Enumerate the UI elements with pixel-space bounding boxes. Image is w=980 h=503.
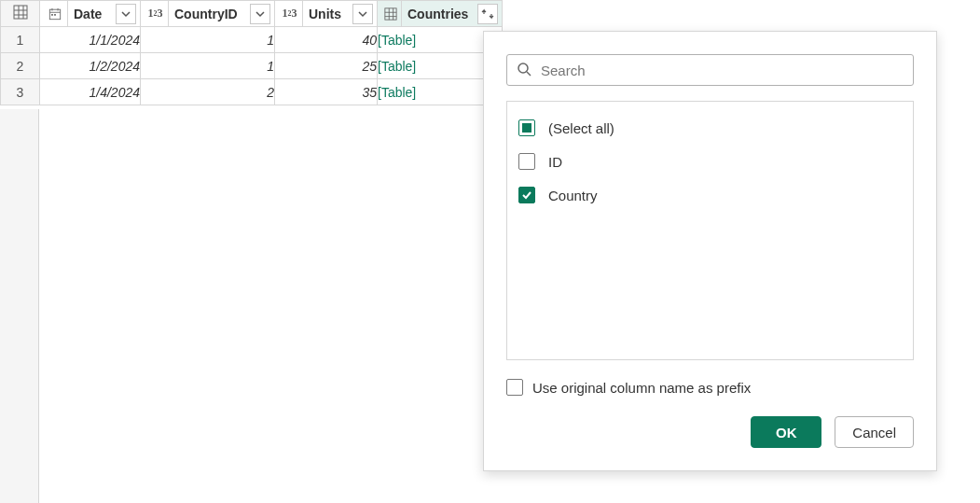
option-label: Country [548, 188, 598, 203]
col-name: Date [70, 7, 116, 21]
option-select-all[interactable]: (Select all) [518, 111, 902, 145]
col-header-date[interactable]: Date [40, 1, 141, 27]
ok-button[interactable]: OK [751, 416, 821, 448]
table-row[interactable]: 3 1/4/2024 2 35 [Table] [1, 79, 503, 105]
search-field[interactable] [506, 54, 914, 86]
cell-countryid[interactable]: 1 [141, 27, 275, 53]
cell-units[interactable]: 40 [275, 27, 378, 53]
row-header-handle[interactable] [1, 1, 40, 27]
col-header-countries[interactable]: Countries [378, 1, 503, 27]
number-type-icon: 123 [277, 1, 303, 26]
col-name: Countries [404, 7, 477, 21]
col-header-units[interactable]: 123 Units [275, 1, 378, 27]
cell-date[interactable]: 1/1/2024 [40, 27, 141, 53]
option-label: ID [548, 154, 562, 170]
checkbox-checked-icon [518, 187, 535, 203]
option-id[interactable]: ID [518, 145, 902, 178]
cell-date[interactable]: 1/2/2024 [40, 53, 141, 79]
row-gutter [0, 109, 39, 503]
svg-rect-10 [54, 14, 56, 16]
row-number: 2 [1, 53, 40, 79]
prefix-label: Use original column name as prefix [532, 380, 751, 396]
search-icon [517, 62, 539, 79]
col-name: CountryID [171, 7, 250, 21]
filter-button-countryid[interactable] [250, 4, 270, 24]
cell-units[interactable]: 25 [275, 53, 378, 79]
cell-units[interactable]: 35 [275, 79, 378, 105]
table-row[interactable]: 1 1/1/2024 1 40 [Table] [1, 27, 503, 53]
data-table: Date 123 CountryID [0, 0, 503, 105]
table-type-icon [380, 1, 402, 26]
svg-rect-0 [14, 6, 27, 19]
svg-point-16 [518, 63, 528, 73]
button-label: OK [776, 425, 797, 440]
expand-column-panel: (Select all) ID Country Use original col… [483, 31, 937, 471]
search-input[interactable] [539, 62, 904, 79]
filter-button-units[interactable] [352, 4, 373, 24]
filter-button-date[interactable] [116, 4, 136, 24]
table-row[interactable]: 2 1/2/2024 1 25 [Table] [1, 53, 503, 79]
checkbox-unchecked-icon [518, 153, 535, 170]
checkbox-unchecked-icon [506, 379, 523, 396]
row-number: 1 [1, 27, 40, 53]
cell-countryid[interactable]: 1 [141, 53, 275, 79]
checkbox-indeterminate-icon [518, 119, 535, 136]
svg-rect-9 [51, 14, 53, 16]
button-label: Cancel [852, 425, 896, 440]
column-options-list: (Select all) ID Country [506, 101, 914, 360]
option-country[interactable]: Country [518, 178, 902, 212]
cancel-button[interactable]: Cancel [835, 416, 914, 448]
svg-rect-11 [384, 7, 395, 19]
panel-actions: OK Cancel [506, 416, 914, 448]
svg-line-17 [527, 72, 531, 76]
app-root: Date 123 CountryID [0, 0, 980, 503]
table-icon [13, 5, 28, 22]
expand-button-countries[interactable] [477, 4, 498, 24]
cell-countryid[interactable]: 2 [141, 79, 275, 105]
cell-date[interactable]: 1/4/2024 [40, 79, 141, 105]
number-type-icon: 123 [143, 1, 169, 26]
option-label: (Select all) [548, 120, 614, 136]
col-name: Units [305, 7, 352, 21]
calendar-icon [42, 1, 68, 26]
col-header-countryid[interactable]: 123 CountryID [141, 1, 275, 27]
prefix-option-row[interactable]: Use original column name as prefix [506, 379, 914, 396]
row-number: 3 [1, 79, 40, 105]
